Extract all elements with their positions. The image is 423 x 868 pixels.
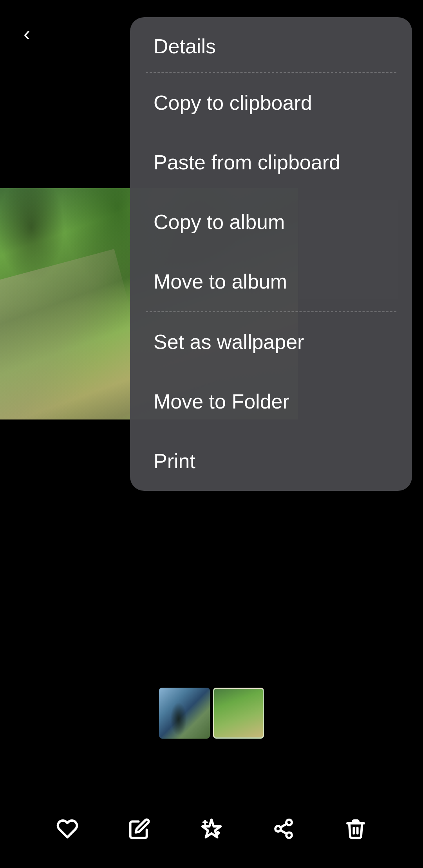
bottom-toolbar <box>0 813 423 844</box>
thumbnail-2[interactable] <box>213 688 264 739</box>
share-button[interactable] <box>268 813 299 844</box>
edit-icon <box>128 818 150 840</box>
back-button[interactable]: ‹ <box>24 24 30 44</box>
menu-title: Details <box>130 17 412 72</box>
sparkle-icon <box>201 818 222 840</box>
menu-item-paste-clipboard[interactable]: Paste from clipboard <box>130 133 412 192</box>
thumbnail-1[interactable] <box>159 688 210 739</box>
trash-icon <box>345 818 367 840</box>
svg-line-4 <box>280 824 287 827</box>
enhance-button[interactable] <box>196 813 227 844</box>
context-menu: Details Copy to clipboard Paste from cli… <box>130 17 412 491</box>
menu-item-set-wallpaper[interactable]: Set as wallpaper <box>130 312 412 372</box>
menu-item-copy-album[interactable]: Copy to album <box>130 192 412 252</box>
menu-item-copy-clipboard[interactable]: Copy to clipboard <box>130 73 412 133</box>
favorite-button[interactable] <box>52 813 83 844</box>
menu-item-print[interactable]: Print <box>130 431 412 491</box>
menu-item-move-album[interactable]: Move to album <box>130 252 412 311</box>
heart-icon <box>56 818 78 840</box>
share-icon <box>273 818 295 840</box>
menu-item-move-folder[interactable]: Move to Folder <box>130 372 412 431</box>
svg-line-3 <box>280 830 287 834</box>
thumbnails-strip <box>0 688 423 739</box>
edit-button[interactable] <box>124 813 155 844</box>
delete-button[interactable] <box>340 813 371 844</box>
